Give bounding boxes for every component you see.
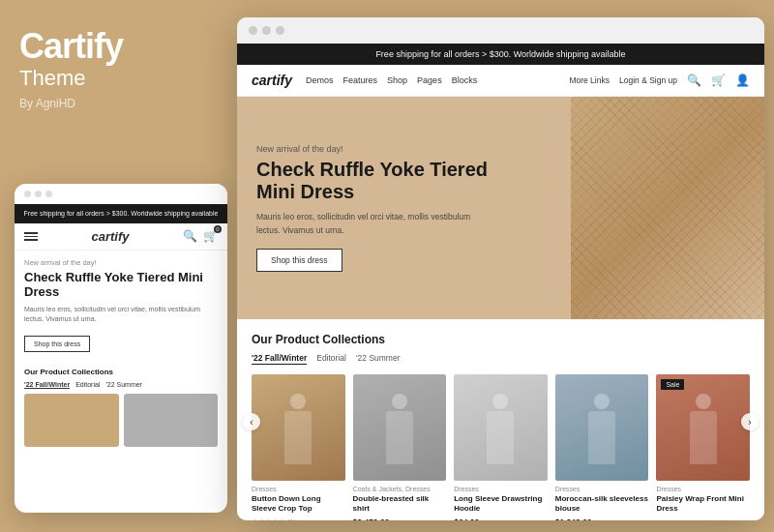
products-prev-arrow[interactable]: ‹ [243, 413, 260, 430]
hero-cta-button[interactable]: Shop this dress [256, 249, 342, 272]
desktop-nav-links: Demos Features Shop Pages Blocks [306, 75, 477, 85]
product-card-5[interactable]: Sale Dresses Paisley Wrap Front Mini Dre… [656, 374, 750, 520]
products-next-arrow[interactable]: › [741, 413, 759, 430]
mobile-nav-icons: 🔍 🛒 0 [183, 229, 218, 243]
mobile-hero-content: New arrival of the day! Check Ruffle Yok… [15, 251, 227, 360]
product-4-price: $1,349.00 [555, 517, 649, 520]
product-3-category: Dresses [454, 486, 548, 492]
mobile-hero-desc: Mauris leo eros, sollicitudin vel orci v… [24, 305, 218, 325]
hero-description: Mauris leo eros, sollicitudin vel orci v… [256, 211, 489, 237]
product-1-name: Button Down Long Sleeve Crop Top [252, 494, 345, 515]
brand-name: Cartify [19, 29, 213, 64]
nav-login[interactable]: Login & Sign up [619, 75, 677, 85]
desktop-nav-left: cartify Demos Features Shop Pages Blocks [252, 73, 477, 88]
product-5-category: Dresses [656, 486, 750, 492]
mobile-logo: cartify [91, 229, 129, 244]
brand-subtitle: Theme [19, 66, 213, 91]
product-5-sale-badge: Sale [661, 379, 684, 390]
desktop-dot-2 [262, 26, 271, 35]
product-collection-tabs: '22 Fall/Winter Editorial '22 Summer [252, 353, 750, 365]
desktop-nav-right: More Links Login & Sign up 🔍 🛒 👤 [569, 74, 750, 87]
mobile-cart-icon[interactable]: 🛒 0 [203, 229, 218, 243]
mobile-collections-title: Our Product Collections [24, 368, 218, 376]
mobile-arrival-label: New arrival of the day! [24, 258, 218, 267]
mobile-hero-title: Check Ruffle Yoke Tiered Mini Dress [24, 270, 218, 300]
mobile-nav: cartify 🔍 🛒 0 [15, 223, 227, 251]
desktop-user-icon[interactable]: 👤 [735, 74, 750, 87]
product-2-category: Coats & Jackets, Dresses [353, 486, 447, 492]
desktop-hero: New arrival of the day! Check Ruffle Yok… [237, 97, 764, 319]
product-4-image [555, 374, 649, 481]
product-card-1[interactable]: Dresses Button Down Long Sleeve Crop Top… [252, 374, 345, 520]
product-card-3[interactable]: Dresses Long Sleeve Drawstring Hoodie $6… [454, 374, 548, 520]
cart-badge: 0 [214, 225, 222, 233]
nav-link-pages[interactable]: Pages [417, 75, 442, 85]
desktop-nav: cartify Demos Features Shop Pages Blocks… [237, 65, 764, 97]
mobile-dot-3 [45, 191, 52, 197]
product-1-stars: ★★★★★ (1) [252, 517, 345, 520]
mobile-tab-editorial[interactable]: Editorial [75, 381, 100, 388]
desktop-cart-icon[interactable]: 🛒 [711, 74, 726, 87]
tab-editorial[interactable]: Editorial [316, 353, 346, 365]
desktop-mockup: Free shipping for all orders > $300. Wor… [237, 17, 764, 520]
hero-title: Check Ruffle Yoke Tiered Mini Dress [256, 159, 489, 203]
hamburger-icon[interactable] [24, 232, 38, 241]
mobile-collection-tabs: '22 Fall/Winter Editorial '22 Summer [15, 381, 227, 388]
mobile-shipping-bar: Free shipping for all orders > $300. Wor… [15, 204, 227, 223]
tab-fall-winter[interactable]: '22 Fall/Winter [252, 353, 307, 365]
product-3-image [454, 374, 548, 481]
desktop-products-section: Our Product Collections '22 Fall/Winter … [237, 319, 764, 520]
hero-arrival-label: New arrival of the day! [256, 144, 489, 154]
products-section-title: Our Product Collections [252, 333, 750, 346]
hero-image [571, 97, 764, 319]
desktop-window-dots [237, 17, 764, 44]
mobile-search-icon[interactable]: 🔍 [183, 229, 197, 243]
product-card-2[interactable]: Coats & Jackets, Dresses Double-breasted… [353, 374, 447, 520]
mobile-shop-button[interactable]: Shop this dress [24, 336, 90, 352]
nav-link-blocks[interactable]: Blocks [452, 75, 478, 85]
mobile-window-dots [15, 184, 227, 204]
product-3-name: Long Sleeve Drawstring Hoodie [454, 494, 548, 515]
mobile-tab-summer[interactable]: '22 Summer [105, 381, 142, 388]
mobile-dot-1 [24, 191, 31, 197]
product-3-price: $64.00 [454, 517, 548, 520]
product-5-pricing: $39.00 $34.00 [656, 517, 750, 520]
nav-link-demos[interactable]: Demos [306, 75, 334, 85]
product-4-name: Moroccan-silk sleeveless blouse [555, 494, 649, 515]
desktop-dot-1 [249, 26, 257, 35]
desktop-dot-3 [276, 26, 284, 35]
mobile-product-2[interactable] [124, 394, 219, 447]
desktop-search-icon[interactable]: 🔍 [687, 74, 701, 87]
hero-content: New arrival of the day! Check Ruffle Yok… [237, 125, 508, 291]
desktop-shipping-bar: Free shipping for all orders > $300. Wor… [237, 44, 764, 65]
mobile-dot-2 [35, 191, 42, 197]
product-2-price: $2,450.00 [353, 517, 447, 520]
mobile-mockup: Free shipping for all orders > $300. Wor… [15, 184, 227, 513]
nav-link-features[interactable]: Features [343, 75, 378, 85]
product-card-4[interactable]: Dresses Moroccan-silk sleeveless blouse … [555, 374, 649, 520]
nav-more-links[interactable]: More Links [569, 75, 610, 85]
product-5-name: Paisley Wrap Front Mini Dress [656, 494, 750, 515]
tab-summer[interactable]: '22 Summer [356, 353, 401, 365]
product-4-category: Dresses [555, 486, 649, 492]
desktop-logo[interactable]: cartify [252, 73, 292, 88]
mobile-products [15, 394, 227, 447]
hero-model-background [571, 97, 764, 319]
products-grid: ‹ Dresses Button Down Long Sleeve Crop T… [252, 374, 750, 520]
mobile-product-1[interactable] [24, 394, 119, 447]
product-5-image: Sale [656, 374, 750, 481]
brand-by: By AgniHD [19, 97, 213, 110]
nav-link-shop[interactable]: Shop [387, 75, 407, 85]
product-1-category: Dresses [252, 486, 345, 492]
mobile-tab-fall[interactable]: '22 Fall/Winter [24, 381, 70, 388]
product-2-name: Double-breasted silk shirt [353, 494, 447, 515]
product-2-image [353, 374, 447, 481]
product-1-image [252, 374, 345, 481]
